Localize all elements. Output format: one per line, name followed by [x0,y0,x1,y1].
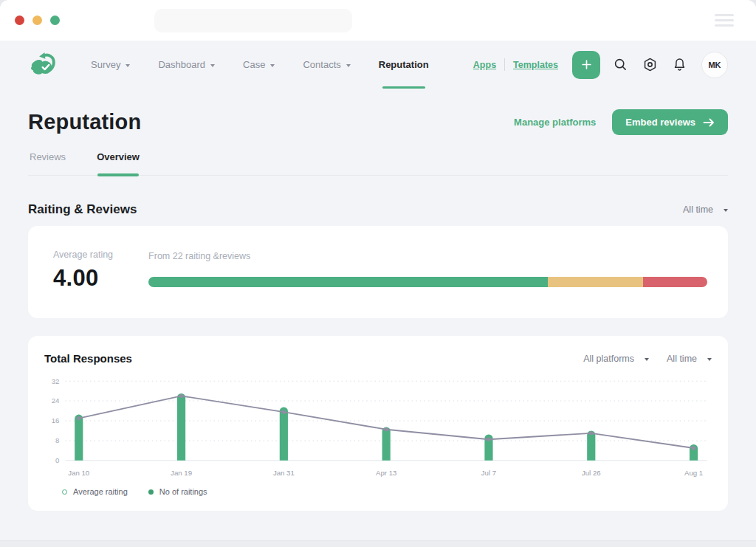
platform-filter-dropdown[interactable]: All platforms [583,354,649,364]
settings-icon[interactable] [641,55,659,74]
rating-summary-card: Average rating 4.00 From 22 raiting &rev… [28,226,728,318]
dropdown-value: All time [683,204,713,215]
chevron-down-icon [270,64,275,67]
rating-distribution-bar [148,277,707,287]
navbar-actions: Apps Templates MK [473,51,728,79]
quick-links: Apps Templates [473,58,558,71]
dropdown-value: All time [667,354,697,364]
active-nav-underline [382,86,425,89]
dot-marker-icon [148,489,154,495]
tab-reviews[interactable]: Reviews [28,144,67,175]
svg-text:Jul 7: Jul 7 [481,469,496,477]
chevron-down-icon [724,209,728,212]
rating-count-text: From 22 raiting &reviews [148,251,707,261]
active-tab-underline [97,173,139,176]
chevron-down-icon [645,358,649,361]
total-responses-card: Total Responses All platforms All time 0… [28,336,728,511]
svg-text:Aug 1: Aug 1 [684,469,703,477]
main-menu: Survey Dashboard Case Contacts Reputatio… [77,41,443,89]
address-bar[interactable] [154,9,352,32]
plus-icon [580,58,593,71]
average-rating-value: 4.00 [53,265,113,292]
embed-reviews-button[interactable]: Embed reviews [612,109,728,135]
nav-item-reputation[interactable]: Reputation [365,41,443,89]
svg-text:8: 8 [55,436,59,444]
nav-item-case[interactable]: Case [229,41,289,89]
nav-item-label: Case [243,59,265,70]
responses-card-title: Total Responses [44,352,132,365]
nav-item-label: Reputation [379,59,429,70]
reputation-tabs: Reviews Overview [28,144,728,176]
page-title: Reputation [28,110,141,134]
chevron-down-icon [210,64,215,67]
browser-chrome [0,0,756,41]
svg-text:Jan 19: Jan 19 [171,469,192,477]
svg-text:0: 0 [55,456,59,464]
nav-item-label: Survey [91,59,120,70]
close-window-button[interactable] [15,16,24,25]
rating-time-filter-dropdown[interactable]: All time [683,204,728,215]
chart-legend: Average raiting No of raitings [44,484,712,502]
hamburger-menu-icon[interactable] [715,14,734,27]
rating-bar-segment-neutral [548,277,643,287]
page-content: Reputation Manage platforms Embed review… [0,109,756,511]
svg-text:32: 32 [52,377,60,385]
svg-text:Apr 13: Apr 13 [376,469,396,477]
minimize-window-button[interactable] [32,16,42,25]
manage-platforms-button[interactable]: Manage platforms [514,117,596,128]
responses-time-filter-dropdown[interactable]: All time [667,354,712,364]
rating-section-header: Raiting & Reviews All time [28,202,728,217]
svg-text:Jul 26: Jul 26 [582,469,601,477]
header-actions: Manage platforms Embed reviews [514,109,728,135]
create-new-button[interactable] [572,51,600,79]
avatar-initials: MK [708,61,721,69]
svg-text:Jan 31: Jan 31 [273,469,295,477]
window-controls [15,16,60,25]
tab-label: Overview [97,151,140,162]
legend-label: No of raitings [159,487,207,496]
page-header: Reputation Manage platforms Embed review… [28,109,728,135]
rating-bar-segment-positive [148,277,548,287]
zoom-window-button[interactable] [50,16,60,25]
responses-chart-area: 08162432Jan 10Jan 19Jan 31Apr 13Jul 7Jul… [44,374,712,484]
rating-section-title: Raiting & Reviews [28,202,137,217]
templates-link[interactable]: Templates [513,60,558,70]
apps-link[interactable]: Apps [473,60,496,70]
notifications-bell-icon[interactable] [670,55,689,74]
search-icon[interactable] [611,55,630,74]
embed-reviews-label: Embed reviews [625,117,695,128]
ring-marker-icon [62,489,67,495]
nav-item-label: Contacts [303,59,340,70]
chevron-down-icon [346,64,351,67]
svg-text:16: 16 [52,416,60,424]
arrow-right-icon [703,118,715,127]
nav-item-survey[interactable]: Survey [77,41,144,89]
chevron-down-icon [707,358,712,361]
average-rating-label: Average rating [53,250,113,260]
tab-label: Reviews [30,151,66,162]
nav-item-label: Dashboard [158,59,205,70]
average-rating-block: Average rating 4.00 [53,250,113,292]
browser-window: Survey Dashboard Case Contacts Reputatio… [0,0,756,547]
app-navbar: Survey Dashboard Case Contacts Reputatio… [0,41,756,89]
nav-item-contacts[interactable]: Contacts [289,41,364,89]
nav-item-dashboard[interactable]: Dashboard [144,41,229,89]
legend-label: Average raiting [73,487,128,496]
app-logo-icon[interactable] [28,49,61,81]
rating-distribution-block: From 22 raiting &reviews [148,250,707,292]
chevron-down-icon [126,64,130,67]
responses-chart: 08162432Jan 10Jan 19Jan 31Apr 13Jul 7Jul… [44,374,712,484]
svg-text:24: 24 [52,396,60,405]
tab-overview[interactable]: Overview [95,144,141,175]
user-avatar[interactable]: MK [701,52,728,78]
rating-bar-segment-negative [643,277,707,287]
links-divider [504,58,505,71]
legend-item-no-of-raitings: No of raitings [148,487,207,496]
dropdown-value: All platforms [583,354,634,364]
svg-text:Jan 10: Jan 10 [68,469,89,477]
responses-filters: All platforms All time [583,354,712,364]
bottom-strip [0,540,756,547]
legend-item-average-raiting: Average raiting [62,487,128,496]
responses-card-header: Total Responses All platforms All time [44,352,712,365]
